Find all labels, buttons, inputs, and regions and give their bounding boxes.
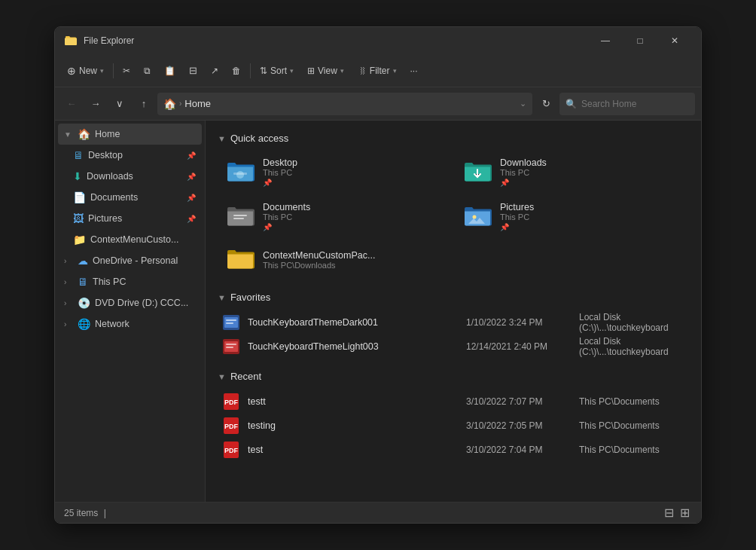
- view-toggle-buttons: ⊟ ⊞: [662, 506, 692, 520]
- cut-icon: ✂: [123, 66, 130, 76]
- fav-item-1-date: 1/10/2022 3:24 PM: [466, 317, 572, 328]
- rename-button[interactable]: ⊟: [183, 59, 203, 83]
- dvd-label: DVD Drive (D:) CCC...: [95, 298, 196, 308]
- recent-list: PDF testt 3/10/2022 7:07 PM This PC\Docu…: [218, 390, 689, 462]
- close-button[interactable]: ✕: [657, 27, 692, 54]
- documents-info: Documents This PC 📌: [263, 202, 310, 231]
- downloads-name: Downloads: [500, 157, 547, 168]
- sidebar-item-pictures[interactable]: 🖼 Pictures 📌: [58, 208, 202, 229]
- refresh-button[interactable]: ↻: [535, 93, 556, 115]
- forward-button[interactable]: →: [85, 93, 106, 115]
- sidebar-item-documents[interactable]: 📄 Documents 📌: [58, 187, 202, 208]
- svg-rect-12: [226, 347, 233, 348]
- cut-button[interactable]: ✂: [117, 59, 136, 83]
- pictures-pin-icon: 📌: [187, 215, 196, 223]
- delete-button[interactable]: 🗑: [226, 59, 247, 83]
- recent-item-1-icon: PDF: [222, 393, 240, 411]
- list-item[interactable]: PDF test 3/10/2022 7:04 PM This PC\Docum…: [218, 438, 689, 462]
- desktop-folder-icon: [225, 159, 255, 186]
- documents-pin-icon: 📌: [187, 194, 196, 202]
- recent-item-1-date: 3/10/2022 7:07 PM: [466, 396, 572, 407]
- documents-name: Documents: [263, 202, 310, 212]
- sort-button[interactable]: ⇅ Sort ▾: [254, 59, 300, 83]
- favorites-header[interactable]: ▼ Favorites: [218, 292, 689, 303]
- recent-locations-button[interactable]: ∨: [109, 93, 130, 115]
- desktop-pin-icon: 📌: [187, 151, 196, 160]
- network-label: Network: [95, 319, 196, 329]
- fav-item-1-location: Local Disk (C:\)\...\touchkeyboard: [579, 312, 684, 333]
- list-item[interactable]: PDF testt 3/10/2022 7:07 PM This PC\Docu…: [218, 390, 689, 414]
- pictures-name: Pictures: [500, 202, 534, 212]
- maximize-button[interactable]: □: [623, 27, 657, 54]
- sidebar-item-downloads[interactable]: ⬇ Downloads 📌: [58, 166, 202, 187]
- grid-view-button[interactable]: ⊞: [678, 506, 692, 520]
- list-item[interactable]: TouchKeyboardThemeDark001 1/10/2022 3:24…: [218, 310, 689, 335]
- sidebar-item-network[interactable]: › 🌐 Network: [58, 313, 202, 335]
- pictures-pin: 📌: [500, 223, 534, 231]
- quick-access-documents[interactable]: Documents This PC 📌: [218, 196, 452, 237]
- share-button[interactable]: ↗: [205, 59, 224, 83]
- filter-button[interactable]: ⧚ Filter ▾: [352, 59, 403, 83]
- contextmenu-folder-icon: [225, 246, 255, 273]
- search-input[interactable]: [581, 99, 694, 109]
- desktop-name: Desktop: [263, 157, 297, 168]
- minimize-button[interactable]: —: [588, 27, 623, 54]
- sidebar-item-onedrive[interactable]: › ☁ OneDrive - Personal: [58, 250, 202, 271]
- share-icon: ↗: [211, 66, 218, 76]
- fav-item-1-icon: [222, 313, 240, 332]
- recent-item-1-location: This PC\Documents: [579, 396, 684, 407]
- new-button[interactable]: ⊕ New ▾: [61, 59, 110, 83]
- list-item[interactable]: PDF testing 3/10/2022 7:05 PM This PC\Do…: [218, 414, 689, 438]
- documents-icon: 📄: [73, 191, 86, 203]
- up-button[interactable]: ↑: [133, 93, 154, 115]
- breadcrumb-dropdown-icon[interactable]: ⌄: [520, 99, 526, 108]
- contextmenu-info: ContextMenuCustomPac... This PC\Download…: [263, 250, 375, 270]
- recent-header[interactable]: ▼ Recent: [218, 371, 689, 382]
- documents-sub: This PC: [263, 212, 310, 222]
- new-dropdown-icon: ▾: [100, 67, 104, 75]
- sidebar-item-contextmenu[interactable]: 📁 ContextMenuCusto...: [58, 229, 202, 250]
- documents-pin: 📌: [263, 223, 310, 231]
- copy-button[interactable]: ⧉: [138, 59, 157, 83]
- copy-icon: ⧉: [144, 66, 151, 76]
- recent-item-3-name: test: [248, 445, 459, 455]
- svg-rect-3: [233, 218, 244, 219]
- details-view-button[interactable]: ⊟: [662, 506, 676, 520]
- sidebar-item-home[interactable]: ▼ 🏠 Home: [58, 124, 202, 145]
- quick-access-header[interactable]: ▼ Quick access: [218, 133, 689, 144]
- sidebar-item-dvd[interactable]: › 💿 DVD Drive (D:) CCC...: [58, 292, 202, 313]
- filter-icon: ⧚: [358, 66, 367, 76]
- network-icon: 🌐: [78, 318, 90, 330]
- back-button[interactable]: ←: [61, 93, 82, 115]
- quick-access-pictures[interactable]: Pictures This PC 📌: [455, 196, 689, 237]
- contextmenu-icon: 📁: [73, 234, 86, 246]
- quick-access-desktop[interactable]: Desktop This PC 📌: [218, 151, 452, 193]
- filter-dropdown-icon: ▾: [393, 67, 397, 75]
- search-box[interactable]: 🔍: [559, 93, 695, 115]
- breadcrumb[interactable]: 🏠 › Home ⌄: [157, 93, 532, 115]
- sort-dropdown-icon: ▾: [290, 67, 294, 75]
- thispc-chevron-icon: ›: [64, 278, 73, 286]
- quick-access-title: Quick access: [230, 133, 288, 144]
- view-button[interactable]: ⊞ View ▾: [301, 59, 350, 83]
- documents-folder-icon: [225, 203, 255, 231]
- toolbar-separator-1: [113, 63, 114, 78]
- items-count-label: 25 items: [64, 508, 98, 518]
- quick-access-downloads[interactable]: Downloads This PC 📌: [455, 151, 689, 193]
- onedrive-chevron-icon: ›: [64, 257, 73, 265]
- sidebar-item-desktop[interactable]: 🖥 Desktop 📌: [58, 145, 202, 166]
- downloads-sub: This PC: [500, 168, 547, 177]
- quick-access-contextmenu[interactable]: ContextMenuCustomPac... This PC\Download…: [218, 240, 689, 280]
- sidebar-item-thispc[interactable]: › 🖥 This PC: [58, 271, 202, 292]
- desktop-pin: 📌: [263, 179, 297, 187]
- view-icon: ⊞: [307, 66, 315, 76]
- pictures-sub: This PC: [500, 212, 534, 222]
- favorites-title: Favorites: [230, 292, 270, 303]
- dvd-chevron-icon: ›: [64, 299, 73, 307]
- more-button[interactable]: ···: [404, 59, 424, 83]
- fav-item-2-name: TouchKeyboardThemeLight003: [248, 341, 459, 352]
- paste-button[interactable]: 📋: [158, 59, 181, 83]
- list-item[interactable]: TouchKeyboardThemeLight003 12/14/2021 2:…: [218, 335, 689, 359]
- desktop-sub: This PC: [263, 168, 297, 177]
- delete-icon: 🗑: [232, 66, 241, 76]
